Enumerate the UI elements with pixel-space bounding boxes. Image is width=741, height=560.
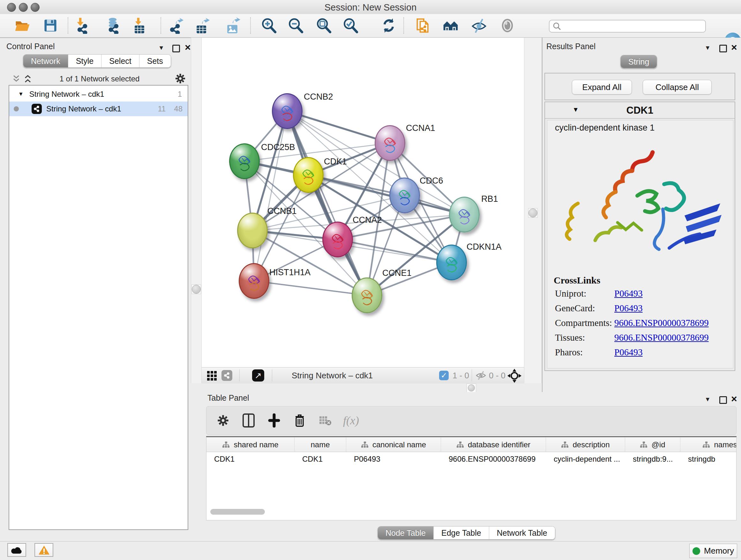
network-view-canvas[interactable]: CCNB2CCNA1CDC25BCDK1CDC6RB1CCNB1CCNA2CDK… [202,38,524,367]
network-node-CDC25B[interactable] [229,143,260,179]
crosslink-link[interactable]: P06493 [614,303,643,314]
tab-string[interactable]: String [621,55,657,68]
right-splitter[interactable] [524,38,542,383]
collapse-all-icon[interactable] [12,74,21,83]
tab-select[interactable]: Select [102,55,139,67]
column-header-description[interactable]: description [546,437,625,452]
table-cell[interactable]: 9606.ENSP00000378699 [441,452,546,466]
results-panel-float-button[interactable] [719,45,727,52]
import-network-database-button[interactable] [105,17,122,35]
delete-column-trash-icon[interactable] [292,413,307,428]
hidden-eye-icon[interactable] [475,371,486,380]
splitter-handle[interactable] [192,285,201,294]
gear-icon[interactable] [175,73,186,84]
memory-button[interactable]: Memory [689,544,737,558]
hide-selected-button[interactable] [470,17,488,35]
table-cell[interactable]: stringdb:9... [625,452,680,466]
function-builder-button[interactable]: f(x) [343,414,359,427]
export-image-button[interactable] [224,17,242,35]
expand-all-button[interactable]: Expand All [572,80,632,95]
network-collection-row[interactable]: ▼ String Network – cdk1 1 [9,87,188,102]
cloud-status-button[interactable] [7,543,26,557]
open-session-button[interactable] [13,17,31,35]
collapse-all-button[interactable]: Collapse All [643,80,712,95]
import-network-file-button[interactable] [74,17,91,35]
network-node-CCNB2[interactable] [272,93,302,129]
crosslink-link[interactable]: 9606.ENSP00000378699 [614,318,709,328]
column-header-shared-name[interactable]: shared name [206,437,294,452]
results-panel-collapse-icon[interactable]: ▼ [704,44,711,51]
refresh-view-button[interactable] [380,17,398,35]
network-node-CCNA2[interactable] [322,222,353,257]
network-node-CCNA1[interactable] [375,125,405,161]
control-panel-close-button[interactable]: × [185,44,191,51]
column-header-namespace[interactable]: namespace [680,437,737,452]
network-node-CCNB1[interactable] [237,212,268,248]
left-splitter[interactable] [191,38,202,383]
search-input[interactable] [561,21,699,31]
node-label-CDC25B: CDC25B [261,142,295,152]
expand-all-icon[interactable] [23,74,32,83]
import-table-button[interactable] [131,17,148,35]
column-header-database-identifier[interactable]: database identifier [441,437,546,452]
show-graphics-details-button[interactable] [498,17,516,35]
column-header-canonical-name[interactable]: canonical name [346,437,441,452]
column-header-@id[interactable]: @id [625,437,680,452]
first-neighbors-button[interactable] [442,17,460,35]
protein-thumbnail [230,144,259,178]
warnings-button[interactable] [35,543,53,557]
network-row-selected[interactable]: String Network – cdk1 11 48 [9,102,188,116]
tab-edge-table[interactable]: Edge Table [434,526,489,539]
table-cell[interactable]: CDK1 [294,452,346,466]
gene-section-header[interactable]: ▼ CDK1 [545,102,735,119]
center-view-icon[interactable] [508,369,522,383]
save-session-button[interactable] [42,17,59,35]
export-network-button[interactable] [167,17,185,35]
zoom-fit-button[interactable] [315,17,333,35]
add-column-icon[interactable] [266,413,282,428]
crosslink-link[interactable]: 9606.ENSP00000378699 [614,332,709,343]
tab-sets[interactable]: Sets [139,55,171,67]
table-panel-close-button[interactable]: × [731,395,737,402]
zoom-selected-button[interactable] [341,17,359,35]
clone-network-button[interactable] [414,17,432,35]
network-node-HIST1H1A[interactable] [239,263,269,299]
network-overview-icon[interactable] [221,370,232,381]
results-panel-close-button[interactable]: × [731,44,737,51]
horizontal-splitter-handle[interactable] [467,383,476,392]
table-cell[interactable]: stringdb [680,452,737,466]
tab-style[interactable]: Style [68,55,102,67]
table-cell[interactable]: CDK1 [206,452,294,466]
crosslink-link[interactable]: P06493 [614,347,643,358]
detach-view-icon[interactable]: ↗ [252,369,264,381]
selected-checkbox-icon[interactable]: ✓ [439,371,449,380]
table-settings-gear-icon[interactable] [215,413,231,428]
node-label-CCNA1: CCNA1 [406,123,435,133]
control-panel-float-button[interactable] [172,45,180,52]
control-panel-collapse-icon[interactable]: ▼ [158,44,164,51]
horizontal-scrollbar-thumb[interactable] [210,509,265,515]
birds-eye-view-icon[interactable] [207,371,217,381]
splitter-handle[interactable] [529,208,537,217]
table-panel-collapse-icon[interactable]: ▼ [704,396,711,403]
column-header-name[interactable]: name [294,437,346,452]
zoom-in-button[interactable] [260,17,278,35]
table-row[interactable]: CDK1CDK1P064939606.ENSP00000378699cyclin… [206,452,737,466]
tree-expander-icon[interactable]: ▼ [18,91,23,98]
network-node-CDK1[interactable] [293,157,324,193]
show-columns-icon[interactable] [241,413,256,428]
network-node-CDKN1A[interactable] [436,245,467,280]
export-table-button[interactable] [193,17,211,35]
table-cell[interactable]: cyclin-dependent ... [546,452,625,466]
network-node-CDC6[interactable] [389,178,420,213]
table-cell[interactable]: P06493 [346,452,441,466]
table-panel-float-button[interactable] [719,396,727,404]
network-node-CCNE1[interactable] [352,277,382,313]
tab-node-table[interactable]: Node Table [378,526,434,539]
zoom-out-button[interactable] [286,17,305,35]
tab-network[interactable]: Network [23,55,68,67]
delete-table-icon[interactable] [318,413,333,428]
tab-network-table[interactable]: Network Table [489,526,555,539]
crosslink-link[interactable]: P06493 [614,288,643,299]
network-node-RB1[interactable] [449,197,480,233]
